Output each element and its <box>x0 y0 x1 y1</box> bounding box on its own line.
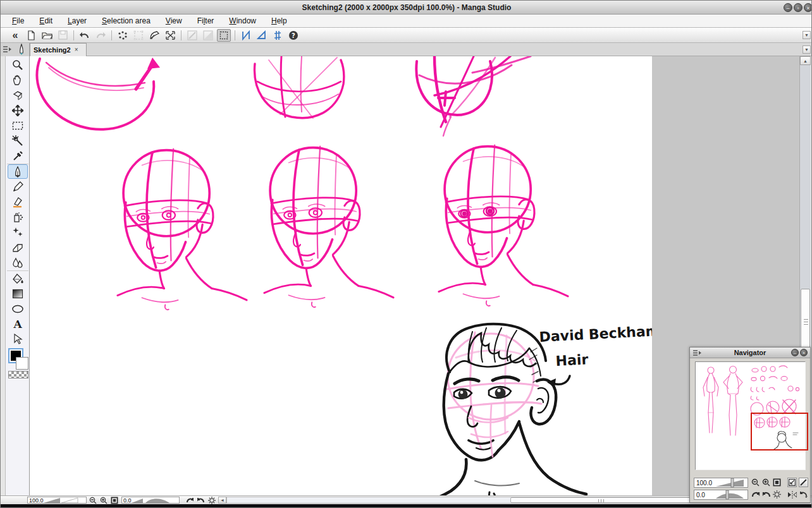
eraser-tool[interactable] <box>8 240 28 255</box>
navigator-zoom-value: 100.0 <box>694 480 716 487</box>
open-file-icon[interactable] <box>40 29 54 42</box>
rotate-ccw-icon[interactable] <box>185 496 194 504</box>
navigator-zoom-in-icon[interactable] <box>761 478 771 487</box>
navigator-zoom-out-icon[interactable] <box>751 478 760 487</box>
navigator-header[interactable]: Navigator – × <box>690 348 810 358</box>
menu-view[interactable]: View <box>166 16 182 25</box>
transform-dots-icon[interactable] <box>116 29 130 42</box>
navigator-view-rectangle[interactable] <box>751 413 808 451</box>
zoom-value-field[interactable]: 100.0 <box>27 497 87 504</box>
rotation-slider[interactable] <box>132 497 171 503</box>
new-file-icon[interactable] <box>24 29 38 42</box>
navigator-rotation-slider[interactable] <box>716 490 745 499</box>
fit-to-screen-icon[interactable] <box>787 478 797 487</box>
help-icon[interactable]: ? <box>286 29 300 42</box>
close-button[interactable]: × <box>804 3 812 12</box>
fill-tool[interactable] <box>8 271 28 286</box>
pencil-tool[interactable] <box>8 179 28 194</box>
mesh-transform-icon[interactable] <box>163 29 177 42</box>
hand-tool[interactable] <box>8 73 28 87</box>
navigator-reset-rotation-icon[interactable] <box>772 490 782 499</box>
draft-layer-icon[interactable] <box>185 29 199 42</box>
menu-bar: File Edit Layer Selection area View Filt… <box>1 15 812 28</box>
title-bar: Sketching2 (2000 x 2000px 350dpi 100.0%)… <box>1 1 812 15</box>
actual-size-icon[interactable] <box>799 478 808 487</box>
navigator-close-icon[interactable]: × <box>800 349 808 356</box>
gradient-tool[interactable] <box>8 286 28 301</box>
toolbar-separator <box>235 30 235 40</box>
pen-correction-icon[interactable] <box>147 29 161 42</box>
blend-tool[interactable] <box>8 255 28 270</box>
flip-horizontal-icon[interactable] <box>787 490 797 499</box>
menu-edit[interactable]: Edit <box>39 16 52 25</box>
airbrush-tool[interactable] <box>8 210 28 224</box>
figure-tool[interactable] <box>8 301 28 316</box>
menu-file[interactable]: File <box>12 16 24 25</box>
navigator-zoom-slider[interactable] <box>716 478 745 487</box>
background-color-swatch[interactable] <box>16 357 28 370</box>
transparent-color-swatch[interactable] <box>8 371 28 378</box>
navigator-panel: Navigator – × <box>689 347 811 503</box>
navigator-rotate-cw-icon[interactable] <box>761 490 771 499</box>
zoom-out-icon[interactable] <box>89 496 97 504</box>
menu-window[interactable]: Window <box>229 16 256 25</box>
construction-head-1 <box>118 149 247 310</box>
menu-filter[interactable]: Filter <box>197 16 214 25</box>
drawing-canvas[interactable]: David Beckham Hair <box>30 56 652 495</box>
vertical-scroll-thumb[interactable] <box>801 289 810 355</box>
snap-symmetry-icon[interactable] <box>271 29 285 42</box>
rotation-value-field[interactable]: 0.0 <box>121 497 180 504</box>
redo-icon[interactable] <box>94 29 108 42</box>
rotate-canvas-tool[interactable] <box>8 88 28 102</box>
save-file-icon[interactable] <box>56 29 70 42</box>
sketch-top-right <box>416 56 531 136</box>
minimize-button[interactable]: – <box>784 3 792 12</box>
zoom-value: 100.0 <box>28 497 44 504</box>
navigator-rotate-ccw-icon[interactable] <box>751 490 760 499</box>
snap-angle-icon[interactable] <box>255 29 269 42</box>
document-tab[interactable]: Sketching2 × <box>30 43 87 56</box>
zoom-in-icon[interactable] <box>99 496 108 504</box>
zoom-tool[interactable] <box>8 57 28 72</box>
scroll-left-icon[interactable]: ◄ <box>218 497 226 504</box>
navigator-minimize-icon[interactable]: – <box>791 349 799 356</box>
navigator-rotation-field[interactable]: 0.0 <box>694 490 748 500</box>
maximize-button[interactable]: ▫ <box>794 3 803 12</box>
transform-frame-icon[interactable] <box>132 29 145 42</box>
rotate-cw-icon[interactable] <box>196 496 205 504</box>
navigator-fit-icon[interactable] <box>772 478 782 487</box>
collapse-toolbar-icon[interactable]: « <box>8 29 22 42</box>
magic-wand-tool[interactable] <box>8 133 28 148</box>
menu-selection-area[interactable]: Selection area <box>102 16 151 25</box>
pen-palette-tab-icon[interactable] <box>16 44 27 56</box>
tab-close-icon[interactable]: × <box>75 47 78 53</box>
rotation-value: 0.0 <box>122 497 132 504</box>
document-tab-label: Sketching2 <box>34 46 71 54</box>
reset-rotation-icon[interactable] <box>207 496 216 504</box>
fit-to-window-icon[interactable] <box>110 496 119 504</box>
undo-icon[interactable] <box>78 29 92 42</box>
annotation: David Beckham Hair <box>539 323 652 387</box>
text-tool[interactable]: A <box>8 317 28 331</box>
main-toolbar: « <box>1 28 812 43</box>
selection-launcher-icon[interactable] <box>217 29 231 42</box>
snap-ruler-icon[interactable] <box>239 29 253 42</box>
reset-display-icon[interactable] <box>799 490 808 499</box>
pen-tool-selected[interactable] <box>8 164 28 179</box>
decoration-tool[interactable] <box>8 225 28 239</box>
scroll-up-icon[interactable]: ▲ <box>800 56 811 65</box>
marquee-select-tool[interactable] <box>8 118 28 133</box>
eyedropper-tool[interactable] <box>8 148 28 163</box>
navigator-zoom-field[interactable]: 100.0 <box>694 478 748 488</box>
panel-menu-icon[interactable] <box>692 349 701 356</box>
move-tool[interactable] <box>8 103 28 118</box>
zoom-slider[interactable] <box>44 497 79 503</box>
tab-list-icon[interactable]: ▼ <box>803 45 811 54</box>
object-tool[interactable] <box>8 332 28 346</box>
panel-menu-icon[interactable] <box>3 45 11 53</box>
menu-help[interactable]: Help <box>271 16 287 25</box>
marker-tool[interactable] <box>8 195 28 209</box>
toolbar-overflow-icon[interactable]: ▼ <box>803 31 811 39</box>
menu-layer[interactable]: Layer <box>68 16 87 25</box>
tone-layer-icon[interactable] <box>201 29 215 42</box>
